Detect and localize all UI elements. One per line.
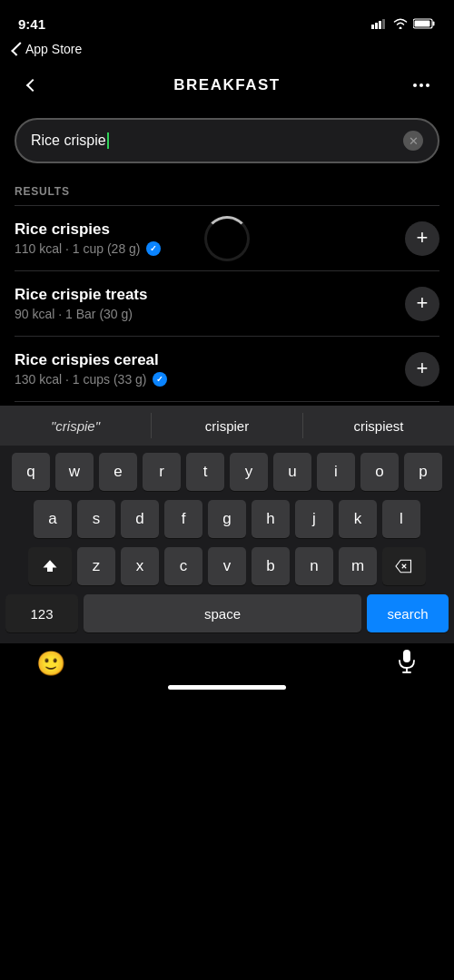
svg-rect-5 [433,22,435,26]
key-w[interactable]: w [55,453,94,491]
plus-icon-2: + [417,293,429,313]
more-options-button[interactable] [407,71,436,100]
page-title: BREAKFAST [173,76,280,94]
key-c[interactable]: c [164,547,202,585]
food-item-1[interactable]: Rice crispies 110 kcal · 1 cup (28 g) + [0,206,454,270]
svg-rect-2 [379,21,381,29]
food-info-1: Rice crispies 110 kcal · 1 cup (28 g) [15,220,405,256]
key-n[interactable]: n [295,547,333,585]
signal-icon [371,18,388,29]
key-row-2: a s d f g h j k l [3,500,451,538]
svg-rect-1 [375,23,378,29]
dot-icon [413,83,417,87]
food-info-3: Rice crispies cereal 130 kcal · 1 cups (… [15,351,405,387]
key-z[interactable]: z [77,547,115,585]
back-chevron-icon [26,79,39,92]
key-row-3: z x c v b n m [3,547,451,585]
add-button-3[interactable]: + [405,352,439,387]
food-meta-2: 90 kcal · 1 Bar (30 g) [15,307,405,321]
key-t[interactable]: t [186,453,224,491]
numbers-key[interactable]: 123 [5,594,78,632]
shift-icon [42,558,58,574]
svg-rect-3 [382,19,385,29]
clear-icon: ✕ [409,135,419,147]
key-u[interactable]: u [273,453,311,491]
autocomplete-bar: "crispie" crispier crispiest [0,406,454,446]
appstore-label: App Store [25,42,82,56]
key-row-1: q w e r t y u i o p [3,453,451,491]
results-label: RESULTS [0,178,454,205]
space-key[interactable]: space [84,594,361,632]
food-info-2: Rice crispie treats 90 kcal · 1 Bar (30 … [15,286,405,321]
key-d[interactable]: d [121,500,159,538]
verified-badge-1 [146,241,161,256]
keyboard: q w e r t y u i o p a s d f g h j k l [0,446,454,643]
autocomplete-crispier[interactable]: crispier [152,406,302,446]
key-j[interactable]: j [295,500,333,538]
key-r[interactable]: r [143,453,181,491]
bottom-icons-row: 🙂 [0,643,454,678]
key-l[interactable]: l [382,500,420,538]
key-v[interactable]: v [208,547,246,585]
microphone-icon [396,649,418,674]
plus-icon-3: + [417,358,429,378]
food-item-3[interactable]: Rice crispies cereal 130 kcal · 1 cups (… [0,337,454,401]
key-g[interactable]: g [208,500,246,538]
key-a[interactable]: a [34,500,72,538]
wifi-icon [393,18,408,29]
food-meta-1: 110 kcal · 1 cup (28 g) [15,241,405,256]
autocomplete-quoted[interactable]: "crispie" [0,406,151,446]
battery-icon [413,18,436,29]
svg-rect-9 [403,650,410,662]
key-x[interactable]: x [121,547,159,585]
search-input[interactable]: Rice crispie [31,132,403,150]
delete-key[interactable] [382,547,426,585]
status-icons [371,18,436,29]
add-button-2[interactable]: + [405,287,439,321]
text-cursor [107,132,109,149]
dot-icon [419,83,423,87]
key-b[interactable]: b [252,547,290,585]
appstore-back[interactable]: App Store [0,40,454,64]
add-button-1[interactable]: + [405,221,439,256]
food-item-2[interactable]: Rice crispie treats 90 kcal · 1 Bar (30 … [0,271,454,336]
page-header: BREAKFAST [0,64,454,114]
search-input-wrap[interactable]: Rice crispie ✕ [15,118,439,163]
key-m[interactable]: m [339,547,377,585]
appstore-chevron [11,42,25,56]
verified-badge-3 [153,372,167,387]
search-key[interactable]: search [367,594,449,632]
food-name-3: Rice crispies cereal [15,351,405,369]
key-i[interactable]: i [317,453,355,491]
back-button[interactable] [18,71,47,100]
svg-rect-6 [415,21,430,27]
food-name-2: Rice crispie treats [15,286,405,304]
key-f[interactable]: f [164,500,202,538]
key-h[interactable]: h [252,500,290,538]
clear-button[interactable]: ✕ [403,131,423,151]
key-o[interactable]: o [360,453,399,491]
plus-icon-1: + [417,228,429,248]
shift-key[interactable] [28,547,72,585]
bottom-key-row: 123 space search [3,594,451,640]
search-container: Rice crispie ✕ [0,114,454,178]
divider-4 [15,401,439,402]
key-q[interactable]: q [12,453,50,491]
home-indicator [168,685,286,690]
key-y[interactable]: y [230,453,268,491]
emoji-button[interactable]: 🙂 [36,650,65,678]
keyboard-area: "crispie" crispier crispiest q w e r t y… [0,406,454,699]
key-p[interactable]: p [404,453,442,491]
autocomplete-crispiest[interactable]: crispiest [303,406,454,446]
food-meta-3: 130 kcal · 1 cups (33 g) [15,372,405,387]
home-indicator-wrap [0,678,454,699]
key-k[interactable]: k [339,500,377,538]
svg-rect-0 [371,24,374,29]
status-time: 9:41 [18,16,45,32]
status-bar: 9:41 [0,0,454,40]
key-e[interactable]: e [99,453,137,491]
delete-icon [395,558,413,574]
food-name-1: Rice crispies [15,220,405,239]
key-s[interactable]: s [77,500,115,538]
microphone-button[interactable] [396,649,418,678]
